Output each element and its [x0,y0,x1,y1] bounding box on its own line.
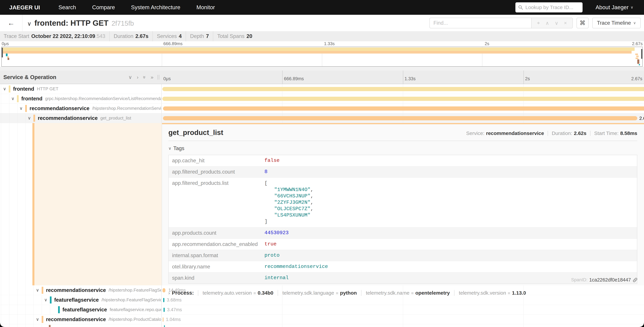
operation-name: /hipstershop.RecommendationService/Lis..… [92,106,162,111]
tick-label: 2s [485,41,489,46]
collapse-children-icon[interactable]: ∨ [11,96,17,101]
trace-title-wrap: ∨ frontend: HTTP GET 2f715fb [22,18,134,28]
tag-row[interactable]: internal.span.format proto [168,250,637,261]
operation-name: /hipstershop.FeatureFlagService... [108,288,162,293]
span-bar[interactable] [162,87,644,91]
nav-item-compare[interactable]: Compare [92,4,115,10]
tag-row[interactable]: app.recommendation.cache_enabled true [168,239,637,250]
span-name-cell[interactable]: ∨ frontend HTTP GET [0,84,162,94]
tag-value: false [261,155,637,166]
tags-section-toggle[interactable]: ∨ Tags [168,145,637,152]
expand-one-icon[interactable]: › [137,75,138,80]
operation-name: HTTP GET [37,86,58,92]
service-color-bar [17,95,19,102]
span-bar-cell[interactable] [162,84,644,94]
tick-label: 0μs [162,76,171,82]
service-color-bar [42,287,43,294]
divider [168,141,637,141]
tag-row[interactable]: app.cache_hit false [168,155,637,166]
nav-item-system-architecture[interactable]: System Architecture [131,4,180,10]
nav-item-monitor[interactable]: Monitor [196,4,215,10]
back-button[interactable]: ← [0,15,22,31]
span-bar[interactable] [163,318,164,322]
span-bar[interactable] [163,106,644,110]
tag-row[interactable]: app.filtered_products.count 8 [168,166,637,178]
tick-label: 1.33s [403,76,416,82]
column-resizer[interactable] [158,75,159,80]
tag-row[interactable]: app.products.count 44530923 [168,228,637,239]
minimap-right-scrub-handle[interactable] [641,49,642,59]
operation-name: /hipstershop.ProductCatalogSer... [108,317,162,322]
span-bar-cell[interactable]: 3.68ms [162,295,644,305]
span-name-cell [0,324,162,327]
next-result-icon[interactable]: ∨ [555,20,558,26]
tag-key: app.cache_hit [168,155,261,166]
tag-key: otel.library.name [168,261,261,272]
tick-label: 2.67s [632,41,643,46]
collapse-children-icon[interactable]: ∨ [44,297,50,302]
keyboard-shortcuts-button[interactable]: ⌘ [576,18,588,28]
tick-label: 0μs [2,41,9,46]
span-detail-highlight[interactable] [34,123,162,285]
span-name-cell[interactable]: ∨ recommendationservice /hipstershop.Pro… [0,314,162,324]
span-bar-cell[interactable]: 3.47ms [162,305,644,314]
collapse-children-icon[interactable]: ∨ [3,86,9,92]
span-bar[interactable] [163,116,637,120]
span-bar[interactable] [163,298,164,302]
span-row-selected: ∨ recommendationservice get_product_list… [0,113,644,123]
operation-name: /hipstershop.FeatureFlagService/Ge... [102,297,162,302]
span-bar-cell[interactable] [162,94,644,104]
span-id-row: SpanID: 1ca2262df0e18447 [571,277,638,283]
collapse-trace-chevron-icon[interactable]: ∨ [27,20,32,27]
deep-link-icon[interactable] [632,278,638,282]
span-bar-cell[interactable]: 2.62s [162,113,644,123]
service-color-bar [34,115,35,122]
span-bar-cell[interactable] [162,104,644,113]
span-bar[interactable] [164,308,165,312]
span-bar-cell[interactable]: 1.04ms [162,314,644,324]
collapse-children-icon[interactable]: ∨ [20,106,25,111]
tag-value: true [261,239,637,250]
tag-key: internal.span.format [168,250,261,261]
collapse-all-icon[interactable]: ∨ [128,75,132,80]
trace-id-lookup-input[interactable] [525,4,580,10]
focus-match-icon[interactable]: ⌖ [537,20,540,26]
span-name-cell[interactable]: ∨ recommendationservice get_product_list [0,113,162,123]
trace-view-selector[interactable]: Trace Timeline ∨ [592,18,641,28]
collapse-children-icon[interactable]: ∨ [28,116,34,121]
timeline-minimap[interactable] [1,47,643,67]
about-jaeger-menu[interactable]: About Jaeger ∨ [596,4,633,10]
trace-start: Trace Start October 22 2022, 22:10:09.54… [4,31,109,41]
clear-find-icon[interactable]: × [564,20,567,26]
tag-row[interactable]: app.filtered_products.list [ "1YMWWN1N4O… [168,178,637,228]
operation-name: grpc.hipstershop.RecommendationService/L… [45,96,162,101]
span-name-cell[interactable]: ∨ featureflagservice /hipstershop.Featur… [0,295,162,305]
minimap-left-scrub-handle[interactable] [2,48,3,58]
tag-row[interactable]: otel.library.name recommendationservice [168,261,637,272]
service-name: recommendationservice [38,115,98,121]
span-name-cell[interactable]: ∨ frontend grpc.hipstershop.Recommendati… [0,94,162,104]
find-input[interactable] [430,18,531,28]
span-name-cell[interactable]: ∨ featureflagservice featureflagservice.… [0,305,162,314]
minimap-span-band [2,51,632,54]
prev-result-icon[interactable]: ∧ [546,20,549,26]
service-name: frontend [21,96,42,102]
trace-services-count: Services 4 [152,31,186,41]
nav-item-search[interactable]: Search [58,4,76,10]
span-row: ∨ featureflagservice featureflagservice.… [0,305,644,314]
jaeger-logo[interactable]: JAEGER UI [9,4,40,11]
expand-all-icon[interactable]: » [150,75,154,80]
span-name-cell[interactable]: ∨ recommendationservice /hipstershop.Fea… [0,285,162,295]
service-color-bar [49,325,50,327]
span-bar-cell[interactable]: 14.49ms [162,285,644,295]
span-bar[interactable] [162,288,165,292]
tag-row[interactable]: span.kind internal [168,272,637,284]
collapse-children-icon[interactable]: ∨ [36,317,42,322]
collapse-children-icon[interactable]: ∨ [36,288,42,293]
span-name-cell[interactable]: ∨ recommendationservice /hipstershop.Rec… [0,104,162,113]
span-bar[interactable] [162,97,644,101]
minimap-tick-labels: 0μs 666.89ms 1.33s 2s 2.67s [0,41,644,47]
collapse-deep-icon[interactable]: » [142,76,147,78]
service-color-bar [9,86,10,92]
span-row: ∨ featureflagservice /hipstershop.Featur… [0,295,644,305]
